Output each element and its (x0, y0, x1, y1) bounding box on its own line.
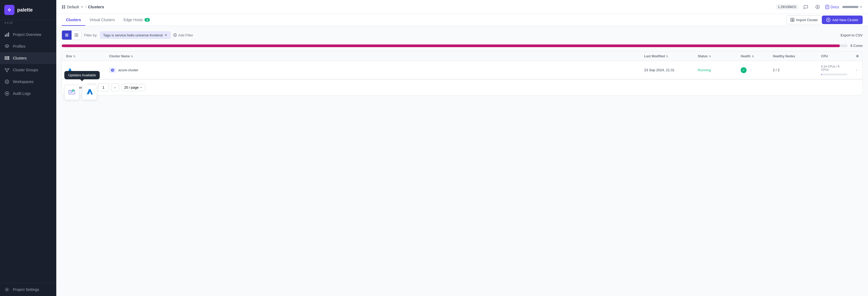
add-cluster-label: Add New Cluster (832, 18, 858, 22)
svg-point-12 (5, 80, 9, 84)
breadcrumb-workspace[interactable]: Default (62, 5, 84, 9)
cpu-bar-fill (62, 44, 840, 47)
svg-point-10 (8, 68, 9, 69)
cpu-bar-track (62, 44, 848, 47)
add-filter-label: Add Filter (178, 33, 193, 37)
add-filter-icon (173, 33, 177, 37)
sort-cluster-name-icon[interactable]: ⇅ (131, 55, 133, 58)
svg-rect-29 (77, 33, 78, 35)
filter-tag-remove-btn[interactable]: ✕ (164, 33, 167, 37)
tab-clusters[interactable]: Clusters (62, 14, 85, 26)
healthy-nodes-text: 2 / 2 (773, 68, 779, 72)
health-ok-icon: ✓ (741, 67, 747, 73)
sort-health-icon[interactable]: ⇅ (752, 55, 754, 58)
th-healthy-nodes-label: Healthy Nodes (773, 54, 795, 58)
page-number-input[interactable] (98, 83, 109, 91)
tab-virtual-clusters-label: Virtual Clusters (90, 18, 115, 22)
cluster-update-icon-card[interactable] (64, 85, 79, 100)
import-cluster-button[interactable]: Import Cluster (786, 15, 822, 24)
tab-virtual-clusters[interactable]: Virtual Clusters (85, 14, 119, 26)
table-row[interactable]: azure-cluster 23 Sep 2024, 21:31 Running… (62, 61, 862, 79)
list-view-icon (65, 33, 69, 37)
sidebar-logo: palette (0, 0, 56, 20)
svg-point-7 (8, 59, 8, 59)
chat-icon-btn[interactable] (802, 3, 810, 11)
status-text: Running (698, 68, 711, 72)
svg-rect-19 (62, 7, 63, 8)
svg-point-9 (5, 68, 6, 69)
cpu-usage-label: 0.14 CPUs / 8 CPUs (821, 65, 847, 71)
th-cpu: CPU (817, 52, 851, 61)
sidebar-item-project-settings[interactable]: Project Settings (0, 283, 56, 296)
breadcrumb: Default / Clusters (62, 5, 774, 9)
link-icon (815, 5, 820, 9)
breadcrumb-separator: / (85, 5, 86, 9)
view-toggle (62, 30, 82, 40)
th-health: Health ⇅ (736, 52, 769, 61)
per-page-select[interactable]: 25 / page (121, 84, 145, 91)
grid-view-btn[interactable] (71, 31, 81, 40)
cpu-mini-bar-track (821, 74, 847, 75)
docs-link[interactable]: Docs (825, 5, 839, 9)
user-section[interactable] (842, 5, 863, 8)
svg-point-35 (72, 90, 74, 92)
grid-view-icon (74, 33, 79, 37)
tab-edge-hosts[interactable]: Edge Hosts 3 (119, 14, 154, 26)
sidebar-item-project-overview[interactable]: Project Overview (0, 29, 56, 40)
svg-rect-18 (64, 5, 65, 7)
tab-edge-hosts-label: Edge Hosts (124, 18, 143, 22)
audit-icon (4, 91, 10, 96)
td-cpu: 0.14 CPUs / 8 CPUs (817, 61, 851, 79)
th-cluster-name: Cluster Name ⇅ (105, 52, 640, 61)
link-icon-btn[interactable] (813, 3, 822, 11)
th-status-label: Status (698, 54, 708, 58)
user-avatar (842, 6, 858, 8)
th-cluster-name-label: Cluster Name (109, 54, 130, 58)
list-view-btn[interactable] (62, 31, 71, 40)
cluster-name-text: azure-cluster (118, 68, 138, 72)
sidebar-label-project-settings: Project Settings (13, 288, 39, 292)
app-logo-text: palette (17, 7, 33, 13)
export-csv-label: Export to CSV (841, 33, 863, 37)
cluster-update-svg-icon (68, 89, 75, 96)
import-icon (790, 18, 795, 22)
top-bar: Default / Clusters 1.29/100kCh Docs (56, 0, 868, 14)
sort-last-modified-icon[interactable]: ⇅ (666, 55, 668, 58)
svg-rect-30 (75, 35, 76, 37)
sidebar-item-workspaces[interactable]: Workspaces (0, 76, 56, 88)
top-bar-actions: 1.29/100kCh Docs (776, 3, 863, 11)
layers-icon (4, 44, 10, 49)
sort-status-icon[interactable]: ⇅ (709, 55, 711, 58)
th-cpu-label: CPU (821, 54, 828, 58)
filter-by-label: Filter by: (84, 33, 98, 37)
row-chevron-icon[interactable]: › (856, 68, 857, 72)
td-arrow[interactable]: › (851, 64, 862, 76)
th-last-modified: Last Modified ⇅ (640, 52, 693, 61)
sidebar-item-clusters[interactable]: Clusters (0, 52, 56, 64)
table-settings-icon[interactable]: ⚙ (856, 54, 859, 58)
docs-icon (825, 5, 829, 9)
chevron-down-icon (81, 5, 84, 8)
tab-bar: Clusters Virtual Clusters Edge Hosts 3 I… (56, 14, 868, 26)
import-cluster-label: Import Cluster (796, 18, 818, 22)
add-cluster-button[interactable]: Add New Cluster (822, 15, 863, 24)
azure-icon-card[interactable] (82, 85, 97, 100)
sidebar-nav: Project Overview Profiles Clusters Clust… (0, 27, 56, 283)
per-page-label: 25 / page (124, 86, 138, 90)
clusters-icon (4, 56, 10, 61)
filter-tag-text: Tags is service:hello-universe-frontend (103, 33, 163, 37)
export-csv-button[interactable]: Export to CSV (841, 33, 863, 37)
svg-point-16 (6, 289, 8, 290)
pagination: Total 1 items ‹ › 25 / page (62, 79, 862, 95)
add-filter-button[interactable]: Add Filter (173, 33, 193, 37)
svg-point-13 (6, 81, 8, 83)
sidebar-item-audit-logs[interactable]: Audit Logs (0, 88, 56, 99)
sidebar-bottom: Project Settings (0, 283, 56, 296)
next-page-btn[interactable]: › (111, 83, 119, 91)
sidebar-item-profiles[interactable]: Profiles (0, 40, 56, 52)
th-health-label: Health (741, 54, 751, 58)
sort-env-icon[interactable]: ⇅ (73, 55, 75, 58)
breadcrumb-current: Clusters (88, 5, 104, 9)
tooltip-label: Updates Available (68, 73, 96, 77)
sidebar-item-cluster-groups[interactable]: Cluster Groups (0, 64, 56, 76)
